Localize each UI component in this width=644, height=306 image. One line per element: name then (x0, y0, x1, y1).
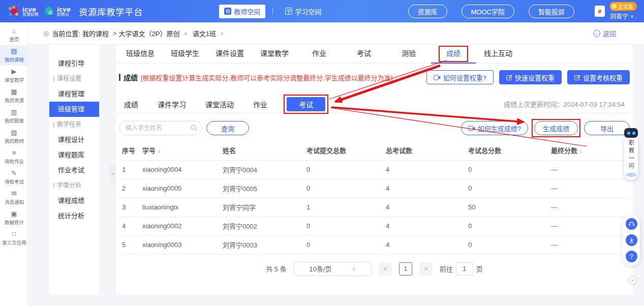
col-index: 序号 (119, 141, 139, 160)
subtab-grades[interactable]: 成绩 (124, 99, 138, 109)
sidebar-item-pending-homework[interactable]: ≡ 待批作业 (0, 147, 28, 167)
submissions-link[interactable]: 0 (303, 160, 383, 179)
select-chevron-down-icon: ∨ (352, 266, 356, 271)
nav-learning-space[interactable]: 学 学习空间 (280, 5, 326, 18)
user-menu[interactable]: 刘宵宁 ∨ (610, 12, 634, 20)
third-party-apps-icon: ∷ (12, 231, 16, 237)
menu-item-course-guide[interactable]: 课程引导 (49, 56, 99, 71)
tab-grades[interactable]: 成绩 (431, 45, 476, 64)
my-courses-icon: ▤ (11, 48, 17, 54)
help-button[interactable]: ? (626, 251, 637, 262)
tab-class-students[interactable]: 班级学生 (163, 45, 207, 64)
menu-item-course-question-bank[interactable]: 课程题库 (49, 147, 99, 163)
download-button[interactable] (626, 234, 637, 246)
shell-logo-icon (43, 5, 55, 17)
generate-grades-button[interactable]: 生成成绩 (534, 121, 578, 135)
tab-online-interaction[interactable]: 线上互动 (476, 45, 520, 64)
course-chevron-down-icon[interactable]: ∨ (183, 30, 187, 36)
table-row: 5 xiaoning0003 刘宵宁0003 0 4 0 --- (119, 235, 630, 254)
menu-item-homework-exam[interactable]: 作业考试 (49, 163, 99, 178)
sidebar-item-home[interactable]: ⌂ 首页 (0, 25, 28, 45)
menu-item-course-design[interactable]: 课程设计 (49, 132, 99, 147)
close-widget-button[interactable]: × (628, 276, 637, 285)
message-icon: ✉ (11, 190, 17, 197)
smart-cast-button[interactable]: 智能投屏 (529, 5, 574, 18)
set-assessment-weight-button[interactable]: 设置考核权重 (567, 70, 630, 84)
menu-section-learning-analysis: 学情分析 (49, 178, 99, 193)
submissions-link[interactable]: 0 (303, 235, 383, 254)
class-chevron-down-icon[interactable]: ∨ (220, 30, 224, 36)
icve-doc-icon[interactable]: e (595, 6, 605, 17)
col-total-score: 考试总分数 (465, 141, 548, 160)
subtab-homework[interactable]: 作业 (253, 99, 267, 109)
sidebar-item-third-party[interactable]: ∷ 第三方应用 (0, 228, 28, 249)
sidebar-item-messages[interactable]: ✉ 消息通知 (0, 188, 28, 208)
sort-icon[interactable]: ▲▼ (158, 149, 161, 154)
menu-item-course-management[interactable]: 课程管理 (49, 86, 99, 102)
table-row: 2 xiaoning0005 刘宵宁0005 0 4 0 --- (119, 179, 630, 198)
question-bank-icon: ▥ (11, 109, 17, 115)
pending-homework-icon: ≡ (12, 149, 16, 156)
col-student-id[interactable]: 学号▲▼ (139, 141, 220, 160)
menu-item-class-management[interactable]: 班级管理 (49, 102, 99, 117)
sidebar-item-textbooks[interactable]: ▧ 我的教材 (0, 127, 28, 147)
prev-page-button[interactable]: < (379, 262, 392, 276)
robot-icon (624, 128, 638, 138)
table-row: 1 xiaoning0004 刘宵宁0004 0 4 0 --- (119, 160, 630, 179)
next-page-button[interactable]: > (419, 262, 433, 276)
tab-exam[interactable]: 考试 (342, 45, 386, 64)
sidebar-item-statistics[interactable]: ▣ 数据统计 (0, 208, 28, 228)
sidebar-item-my-resources[interactable]: ▦ 我的资源 (0, 86, 28, 106)
subtab-exam[interactable]: 考试 (287, 97, 325, 111)
sort-icon[interactable]: ▲▼ (579, 149, 582, 154)
page-size-select[interactable]: 10条/页 ∨ (294, 262, 372, 276)
quick-set-weight-button[interactable]: 快速设置权重 (499, 70, 562, 84)
tab-classroom-teaching[interactable]: 课堂教学 (252, 45, 297, 64)
tab-quiz[interactable]: 测验 (386, 45, 431, 64)
how-to-set-weight-button[interactable]: 如何设置权重? (426, 70, 494, 84)
col-final-score[interactable]: 最终分数▲▼ (548, 141, 630, 160)
nav-teacher-space[interactable]: 师 教师空间 (219, 5, 265, 18)
tab-class-info[interactable]: 班级信息 (118, 45, 163, 64)
tab-homework[interactable]: 作业 (297, 45, 342, 64)
sidebar-item-classroom-teaching[interactable]: ▶ 课堂教学 (0, 66, 28, 86)
logo2-cn: 职教云 (57, 13, 71, 17)
menu-collapse-handle[interactable]: « (109, 164, 116, 183)
query-button[interactable]: 查询 (206, 121, 249, 135)
customer-service-button[interactable] (626, 218, 637, 230)
col-total-exams: 总考试数 (383, 141, 465, 160)
breadcrumb-course-select[interactable]: 大学语文（2P）原创 (119, 28, 180, 38)
breadcrumb-my-courses[interactable]: 我的课程 (82, 28, 109, 38)
exam-grades-table: 序号 学号▲▼ 姓名 考试提交总数 总考试数 考试总分数 最终分数▲▼ 1 xi… (119, 141, 630, 255)
back-arrow-icon: ← (593, 30, 600, 37)
resource-library-button[interactable]: 资源库 (408, 5, 447, 18)
menu-item-statistical-analysis[interactable]: 统计分析 (49, 208, 99, 224)
goto-page-input[interactable] (456, 262, 473, 276)
zhijiao-assistant-widget[interactable]: 职教一问 (622, 128, 640, 180)
submissions-link[interactable]: 1 (303, 198, 383, 217)
how-to-generate-grades-button[interactable]: 如何生成成绩? (461, 121, 528, 135)
sidebar-item-question-bank[interactable]: ▥ 我的题库 (0, 106, 28, 127)
sidebar-item-my-courses[interactable]: ▤ 我的课程 (0, 45, 28, 66)
table-header-row: 序号 学号▲▼ 姓名 考试提交总数 总考试数 考试总分数 最终分数▲▼ (119, 141, 630, 160)
exam-toolbar: 查询 如何生成成绩? 生成成绩 导出 (116, 120, 633, 136)
video-icon (434, 75, 441, 80)
tab-courseware-settings[interactable]: 课件设置 (207, 45, 252, 64)
icve-zhijiaoyun-logo: icve 职教云 (43, 5, 71, 17)
mooc-academy-button[interactable]: MOOC学院 (462, 5, 514, 18)
textbook-icon: ▧ (11, 129, 17, 136)
subtab-class-activities[interactable]: 课堂活动 (205, 99, 234, 109)
current-page-button[interactable]: 1 (399, 262, 412, 276)
robot-widget-label: 职教一问 (627, 140, 635, 170)
breadcrumb-bar: ◎ 当前位置: 我的课程 > 大学语文（2P）原创 ∨ 语文1班 ∨ ← 返回 (28, 22, 644, 45)
back-button[interactable]: ← 返回 (593, 28, 616, 38)
submissions-link[interactable]: 0 (303, 179, 383, 198)
student-name-input[interactable] (119, 121, 202, 135)
breadcrumb-class-select[interactable]: 语文1班 (193, 28, 216, 38)
nav-learning-space-label: 学习空间 (295, 7, 321, 16)
subtab-courseware-study[interactable]: 课件学习 (158, 99, 186, 109)
icon-sidebar: ⌂ 首页 ▤ 我的课程 ▶ 课堂教学 ▦ 我的资源 ▥ 我的题库 ▧ 我的教材 … (0, 22, 28, 306)
sidebar-item-pending-exams[interactable]: ✎ 待批考试 (0, 167, 28, 188)
menu-item-course-grades[interactable]: 课程成绩 (49, 193, 99, 208)
submissions-link[interactable]: 0 (303, 217, 383, 235)
